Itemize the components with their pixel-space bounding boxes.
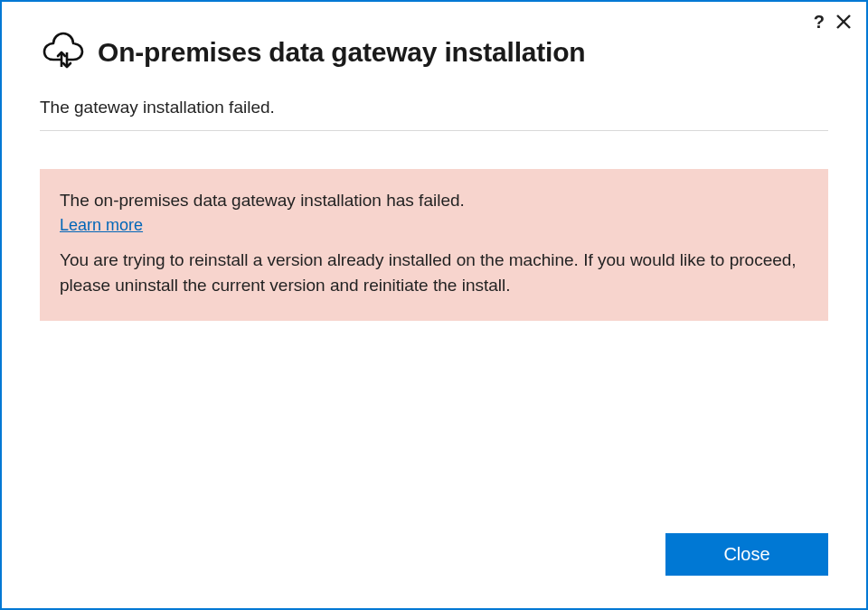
error-alert: The on-premises data gateway installatio… xyxy=(40,169,828,321)
close-icon[interactable] xyxy=(835,14,852,30)
page-title: On-premises data gateway installation xyxy=(98,37,585,68)
footer: Close xyxy=(2,533,866,608)
cloud-gateway-icon xyxy=(40,31,85,74)
status-message: The gateway installation failed. xyxy=(40,98,828,117)
close-button[interactable]: Close xyxy=(665,533,828,576)
header: On-premises data gateway installation xyxy=(2,2,866,98)
learn-more-link[interactable]: Learn more xyxy=(60,216,143,235)
status-row: The gateway installation failed. xyxy=(40,98,828,131)
installer-window: ? On-premises data gateway installation … xyxy=(0,0,868,610)
alert-title: The on-premises data gateway installatio… xyxy=(60,191,808,211)
titlebar-controls: ? xyxy=(814,13,852,31)
alert-body: You are trying to reinstall a version al… xyxy=(60,248,808,297)
help-icon[interactable]: ? xyxy=(814,13,825,31)
